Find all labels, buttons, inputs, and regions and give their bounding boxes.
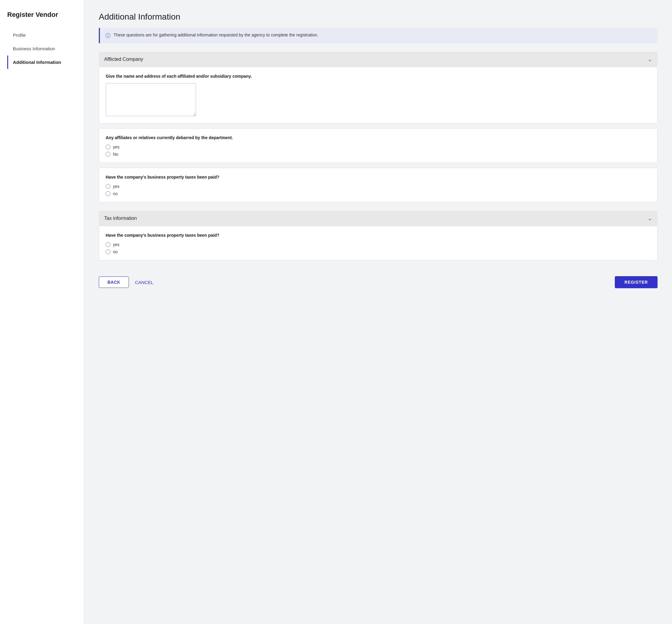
- section-label-tax-information: Tax information: [104, 216, 137, 221]
- register-button[interactable]: REGISTER: [615, 276, 657, 288]
- sidebar-item-additional-information[interactable]: Additional Information: [7, 55, 77, 69]
- radio-label-taxes-tax-no[interactable]: no: [106, 249, 651, 254]
- bottom-bar-left: BACK CANCEL: [99, 277, 153, 288]
- cancel-button[interactable]: CANCEL: [135, 280, 153, 285]
- radio-debarred-yes[interactable]: [106, 145, 110, 149]
- card-property-taxes-tax: Have the company's business property tax…: [99, 226, 657, 260]
- sidebar: Register Vendor Profile Business Informa…: [0, 0, 84, 624]
- radio-group-debarred: yes No: [106, 145, 651, 157]
- card-affiliated-textarea: Give the name and address of each affili…: [99, 67, 657, 124]
- info-banner-text: These questions are for gathering additi…: [113, 32, 318, 38]
- section-label-afflicted-company: Afflicted Company: [104, 57, 143, 62]
- sidebar-title: Register Vendor: [7, 11, 77, 19]
- section-tax-information: Tax information ⌄ Have the company's bus…: [99, 211, 657, 260]
- radio-taxes-tax-yes[interactable]: [106, 242, 110, 247]
- info-banner: ⓘ These questions are for gathering addi…: [99, 28, 657, 43]
- main-content: Additional Information ⓘ These questions…: [84, 0, 672, 624]
- radio-label-debarred-yes[interactable]: yes: [106, 145, 651, 149]
- radio-label-taxes-afflicted-no[interactable]: no: [106, 191, 651, 196]
- section-afflicted-company: Afflicted Company ⌄ Give the name and ad…: [99, 52, 657, 202]
- section-header-tax-information[interactable]: Tax information ⌄: [99, 211, 657, 226]
- bottom-bar: BACK CANCEL REGISTER: [99, 271, 657, 288]
- radio-taxes-tax-no[interactable]: [106, 249, 110, 254]
- radio-label-taxes-tax-yes[interactable]: yes: [106, 242, 651, 247]
- radio-debarred-no[interactable]: [106, 152, 110, 157]
- card-property-taxes-afflicted: Have the company's business property tax…: [99, 168, 657, 202]
- chevron-down-icon-tax: ⌄: [648, 215, 652, 222]
- radio-label-debarred-no[interactable]: No: [106, 152, 651, 157]
- card-question-debarred: Any affiliates or relatives currently de…: [106, 135, 651, 141]
- card-question-property-taxes-afflicted: Have the company's business property tax…: [106, 174, 651, 180]
- radio-group-property-taxes-afflicted: yes no: [106, 184, 651, 196]
- sidebar-nav: Profile Business Information Additional …: [7, 28, 77, 69]
- page-title: Additional Information: [99, 12, 657, 22]
- section-header-afflicted-company[interactable]: Afflicted Company ⌄: [99, 52, 657, 67]
- back-button[interactable]: BACK: [99, 277, 129, 288]
- radio-group-property-taxes-tax: yes no: [106, 242, 651, 254]
- section-body-tax-information: Have the company's business property tax…: [99, 226, 657, 260]
- radio-taxes-afflicted-no[interactable]: [106, 191, 110, 196]
- section-body-afflicted-company: Give the name and address of each affili…: [99, 67, 657, 202]
- chevron-down-icon: ⌄: [648, 56, 652, 63]
- card-question-property-taxes-tax: Have the company's business property tax…: [106, 232, 651, 238]
- affiliated-company-textarea[interactable]: [106, 83, 196, 116]
- info-icon: ⓘ: [105, 32, 110, 39]
- sidebar-item-profile[interactable]: Profile: [7, 28, 77, 42]
- card-question-affiliated: Give the name and address of each affili…: [106, 73, 651, 79]
- radio-taxes-afflicted-yes[interactable]: [106, 184, 110, 189]
- card-debarred: Any affiliates or relatives currently de…: [99, 128, 657, 163]
- radio-label-taxes-afflicted-yes[interactable]: yes: [106, 184, 651, 189]
- sidebar-item-business-information[interactable]: Business Information: [7, 42, 77, 55]
